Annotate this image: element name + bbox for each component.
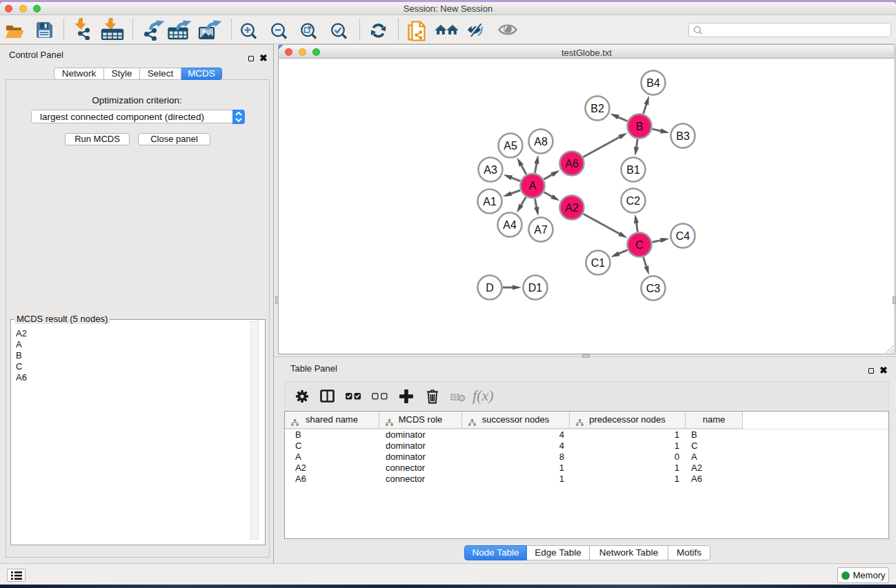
svg-text:B4: B4: [646, 77, 660, 89]
svg-text:C1: C1: [591, 257, 606, 269]
svg-text:A6: A6: [565, 158, 579, 170]
svg-text:B2: B2: [590, 103, 604, 114]
svg-text:B: B: [636, 121, 644, 132]
svg-text:C2: C2: [626, 195, 641, 207]
svg-text:D: D: [486, 282, 494, 294]
svg-text:C3: C3: [646, 283, 661, 294]
svg-text:D1: D1: [528, 282, 543, 294]
svg-text:C: C: [635, 239, 644, 251]
svg-text:B3: B3: [676, 130, 690, 142]
svg-text:B1: B1: [626, 164, 640, 176]
svg-text:A8: A8: [534, 136, 548, 148]
svg-text:A3: A3: [484, 164, 497, 176]
svg-text:A2: A2: [565, 202, 579, 214]
svg-text:A5: A5: [504, 140, 517, 152]
svg-text:A: A: [529, 180, 537, 192]
svg-text:A1: A1: [483, 196, 497, 207]
svg-text:C4: C4: [676, 230, 690, 242]
svg-text:A4: A4: [503, 219, 517, 231]
svg-text:A7: A7: [534, 224, 548, 236]
